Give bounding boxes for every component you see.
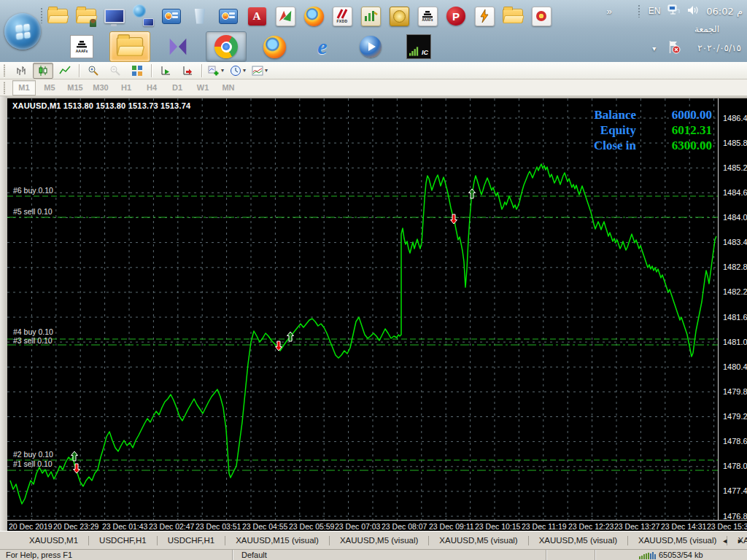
control-panel-icon[interactable]: [159, 2, 184, 30]
folder-icon[interactable]: [45, 2, 70, 30]
fxdd-icon[interactable]: FXDD: [330, 2, 355, 30]
price-chart-svg[interactable]: [7, 98, 718, 520]
time-axis[interactable]: 20 Dec 201920 Dec 23:2923 Dec 01:4323 De…: [7, 520, 747, 532]
media-converter-icon[interactable]: [273, 2, 298, 30]
tf-m30[interactable]: M30: [89, 80, 112, 96]
status-help-text: For Help, press F1: [6, 551, 72, 559]
chevron-down-icon: ▾: [221, 67, 224, 74]
periods-button[interactable]: ▾: [228, 63, 248, 79]
chart-tab[interactable]: XAUUSD,M1: [19, 536, 88, 545]
chart-tab[interactable]: XAUUSD,M15 (visual): [225, 536, 329, 545]
taskbar-kmplayer-button[interactable]: [158, 31, 198, 62]
time-axis-label: 23 Dec 02:47: [149, 522, 194, 531]
taskbar-chrome-button[interactable]: [206, 31, 247, 62]
photo-viewer-icon[interactable]: [529, 2, 554, 30]
p-glyph: P: [446, 7, 465, 26]
tray-expand-chevron[interactable]: ▾: [652, 44, 656, 52]
tray-date[interactable]: ٢٠٢٠/٠٥/١٥: [697, 43, 741, 53]
price-axis-label: 1479.85: [723, 387, 747, 396]
adobe-reader-icon[interactable]: A: [244, 2, 269, 30]
line-chart-button[interactable]: [55, 63, 75, 79]
control-panel-glyph: [162, 9, 181, 24]
tf-m15[interactable]: M15: [63, 80, 87, 96]
templates-button[interactable]: ▾: [249, 63, 270, 79]
status-profile[interactable]: Default: [241, 551, 267, 559]
tab-scroll-left-arrow[interactable]: ◄: [721, 537, 728, 545]
time-axis-label: 23 Dec 01:43: [102, 522, 147, 531]
taskbar-ie-button[interactable]: e: [302, 31, 343, 62]
toolbar-grip[interactable]: [3, 64, 7, 77]
chart-tab[interactable]: XAUUSD,M5 (visual): [628, 536, 727, 545]
time-axis-label: 23 Dec 05:59: [289, 522, 334, 531]
order-label: #1 sell 0.10: [13, 459, 53, 468]
network-places-icon[interactable]: [131, 2, 155, 30]
volume-tray-icon[interactable]: [687, 5, 699, 18]
connection-signal-icon[interactable]: [639, 551, 656, 560]
chart-window[interactable]: XAUUSD,M1 1513.80 1513.80 1513.73 1513.7…: [7, 98, 747, 532]
taskbar-aaafx-button[interactable]: AAAFx: [61, 31, 102, 62]
network-tray-icon[interactable]: [667, 4, 680, 18]
time-axis-label: 23 Dec 08:07: [382, 522, 427, 531]
indicators-button[interactable]: ▾: [206, 63, 226, 79]
workspace: XAUUSD,M1 1513.80 1513.80 1513.73 1513.7…: [0, 96, 747, 531]
chart-shift-button[interactable]: [177, 63, 198, 79]
zoom-in-button[interactable]: [83, 63, 104, 79]
chart-tab[interactable]: XAUUSD,M5 (visual): [330, 536, 428, 545]
quick-launch-overflow-chevron[interactable]: »: [606, 6, 611, 17]
quick-launch-bar: AFXDDAAAFxP: [45, 1, 554, 31]
tf-m1[interactable]: M1: [12, 80, 36, 96]
chart-tab[interactable]: USDCHF,H1: [158, 536, 225, 545]
tab-scroll-right-arrow[interactable]: ►: [737, 537, 743, 545]
tf-mn[interactable]: MN: [217, 80, 240, 96]
timeframe-grip[interactable]: [3, 82, 7, 94]
recycle-bin-icon[interactable]: [187, 2, 212, 30]
taskbar-firefox-button[interactable]: [254, 31, 295, 62]
tf-w1[interactable]: W1: [191, 80, 214, 96]
chart-tab-bar: XAUUSD,M1USDCHF,H1USDCHF,H1XAUUSD,M15 (v…: [0, 531, 747, 549]
chart-ohlc-values: 1513.80 1513.80 1513.73 1513.74: [63, 101, 190, 110]
order-label: #3 sell 0.10: [13, 336, 53, 345]
language-indicator[interactable]: EN: [649, 6, 661, 16]
taskbar-wmp-button[interactable]: [350, 31, 391, 62]
equity-value: 6012.31: [651, 122, 712, 138]
p-app-icon[interactable]: P: [444, 2, 468, 30]
user-folder-icon[interactable]: [74, 2, 98, 30]
chart-symbol-period: XAUUSD,M1: [12, 101, 61, 110]
taskbar-grip[interactable]: [40, 7, 44, 23]
candlestick-chart-button[interactable]: [33, 63, 53, 79]
action-center-flag-icon[interactable]: [667, 40, 681, 56]
chart-tab[interactable]: XAUUSD,M5 (visual): [529, 536, 627, 545]
flower-glyph: [532, 7, 551, 26]
tf-m5[interactable]: M5: [38, 80, 61, 96]
taskbar-icmarkets-button[interactable]: IC: [398, 31, 439, 62]
tf-h4[interactable]: H4: [140, 80, 163, 96]
bar-chart-button[interactable]: [11, 63, 31, 79]
taskbar-explorer-button[interactable]: [109, 31, 150, 62]
folder-2-icon[interactable]: [500, 2, 525, 30]
metatrader-icon[interactable]: [358, 2, 383, 30]
tray-grip[interactable]: [638, 4, 641, 18]
time-axis-label: 23 Dec 11:19: [522, 522, 567, 531]
chart-tab[interactable]: XAUUSD,M5 (visual): [429, 536, 527, 545]
status-separator: [232, 550, 233, 560]
price-axis[interactable]: 1486.451485.851485.251484.651484.051483.…: [718, 98, 747, 520]
control-panel-2-icon[interactable]: [216, 2, 241, 30]
auto-scroll-button[interactable]: [155, 63, 176, 79]
chevron-down-icon: ▾: [243, 67, 246, 74]
close-in-value: 6300.00: [651, 138, 712, 153]
tf-d1[interactable]: D1: [166, 80, 189, 96]
left-edge-strip: [0, 96, 7, 531]
tray-clock[interactable]: 06:02 م: [706, 6, 743, 17]
tf-h1[interactable]: H1: [115, 80, 138, 96]
aaafx-icon[interactable]: AAAFx: [415, 2, 440, 30]
fxdd-glyph: FXDD: [333, 7, 352, 26]
start-button[interactable]: [4, 13, 41, 50]
winamp-icon[interactable]: [472, 2, 497, 30]
ie-glyph: e: [317, 36, 327, 58]
tile-windows-button[interactable]: [127, 63, 147, 79]
chart-tab[interactable]: USDCHF,H1: [89, 536, 157, 545]
computer-icon[interactable]: [102, 2, 127, 30]
firefox-icon[interactable]: [301, 2, 326, 30]
gold-app-icon[interactable]: [387, 2, 411, 30]
aaafx-glyph: AAAFx: [70, 35, 93, 58]
